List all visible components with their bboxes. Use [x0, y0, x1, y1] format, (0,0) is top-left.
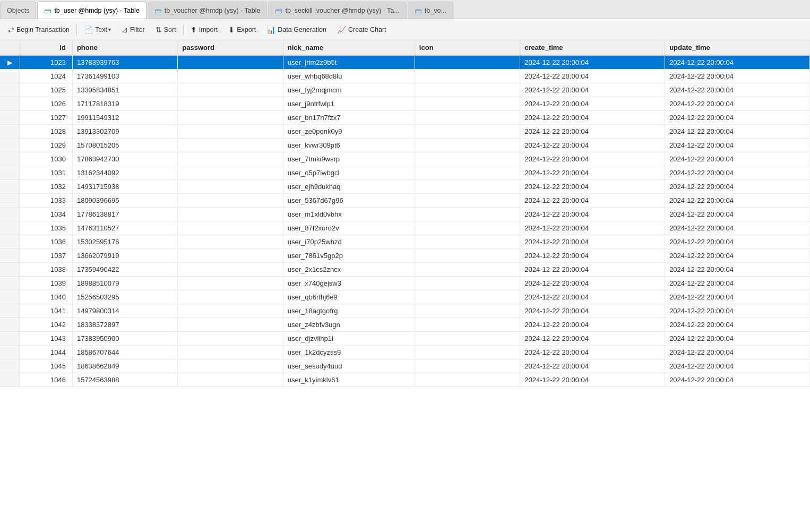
row-indicator-cell: ▶ [0, 55, 20, 70]
table-row[interactable]: 104615724563988user_k1yimklv612024-12-22… [0, 373, 810, 387]
cell-create-time: 2024-12-22 20:00:04 [520, 208, 665, 221]
cell-nick-name: user_ejh9dukhaq [283, 180, 415, 194]
cell-nick-name: user_87f2xord2v [283, 221, 415, 235]
cell-update-time: 2024-12-22 20:00:04 [665, 166, 810, 180]
cell-id: 1027 [20, 111, 72, 125]
col-header-create-time[interactable]: create_time [520, 40, 665, 55]
row-indicator-cell [0, 332, 20, 346]
cell-update-time: 2024-12-22 20:00:04 [665, 332, 810, 346]
toolbar: ⇄ Begin Transaction 📄 Text ▾ ⊿ Filter ⇅ … [0, 19, 810, 40]
cell-nick-name: user_18agtgofrg [283, 304, 415, 318]
table-row[interactable]: 102417361499103user_whbq68q8lu2024-12-22… [0, 70, 810, 83]
cell-create-time: 2024-12-22 20:00:04 [520, 277, 665, 290]
cell-nick-name: user_k1yimklv61 [283, 373, 415, 387]
cell-create-time: 2024-12-22 20:00:04 [520, 152, 665, 166]
tab-tb-user[interactable]: 🗃 tb_user @hmdp (ysy) - Table [37, 2, 146, 19]
table-row[interactable]: 104218338372897user_z4zbfv3ugn2024-12-22… [0, 318, 810, 332]
row-indicator-cell [0, 263, 20, 277]
cell-icon [415, 180, 520, 194]
table-row[interactable]: 103817359490422user_2x1cs2zncx2024-12-22… [0, 263, 810, 277]
begin-transaction-button[interactable]: ⇄ Begin Transaction [3, 22, 74, 38]
table-row[interactable]: 102513305834851user_fyj2mqjmcm2024-12-22… [0, 83, 810, 97]
table-row[interactable]: 103318090396695user_5367d67g962024-12-22… [0, 194, 810, 208]
table-row[interactable]: 104518638662849user_sesudy4uud2024-12-22… [0, 359, 810, 373]
cell-create-time: 2024-12-22 20:00:04 [520, 83, 665, 97]
cell-phone: 18638662849 [72, 359, 177, 373]
table-row[interactable]: 104114979800314user_18agtgofrg2024-12-22… [0, 304, 810, 318]
col-header-indicator [0, 40, 20, 55]
table-row[interactable]: 103113162344092user_o5p7iwbgcl2024-12-22… [0, 166, 810, 180]
table-row[interactable]: 103713662079919user_7861v5gp2p2024-12-22… [0, 249, 810, 263]
cell-create-time: 2024-12-22 20:00:04 [520, 55, 665, 70]
objects-tab-label: Objects [7, 7, 29, 14]
row-indicator-cell [0, 111, 20, 125]
cell-icon [415, 318, 520, 332]
cell-id: 1024 [20, 70, 72, 83]
export-button[interactable]: ⬇ Export [223, 22, 261, 38]
import-button[interactable]: ⬆ Import [186, 22, 222, 38]
table-row[interactable]: 103918988510079user_x740gejsw32024-12-22… [0, 277, 810, 290]
cell-update-time: 2024-12-22 20:00:04 [665, 152, 810, 166]
cell-id: 1023 [20, 55, 72, 70]
data-generation-icon: 📊 [266, 25, 275, 34]
table-icon-tb-user: 🗃 [44, 6, 51, 15]
table-icon-tb-seckill: 🗃 [275, 6, 282, 15]
text-label: Text [95, 26, 107, 33]
table-row[interactable]: 103615302595176user_i70p25whzd2024-12-22… [0, 235, 810, 249]
col-header-icon[interactable]: icon [415, 40, 520, 55]
cell-password [178, 208, 283, 221]
col-header-update-time[interactable]: update_time [665, 40, 810, 55]
table-row[interactable]: ▶102313783939763user_jrim2z9b5t2024-12-2… [0, 55, 810, 70]
sort-icon: ⇅ [156, 25, 162, 34]
cell-icon [415, 373, 520, 387]
tab-tb-seckill-voucher[interactable]: 🗃 tb_seckill_voucher @hmdp (ysy) - Ta... [268, 2, 406, 19]
table-row[interactable]: 102617117818319user_j9ntrfwlp12024-12-22… [0, 97, 810, 111]
text-button[interactable]: 📄 Text ▾ [79, 22, 116, 38]
cell-icon [415, 346, 520, 359]
cell-password [178, 97, 283, 111]
create-chart-icon: 📈 [337, 25, 346, 34]
col-header-id[interactable]: id [20, 40, 72, 55]
text-icon: 📄 [84, 25, 93, 34]
export-label: Export [237, 26, 256, 33]
cell-password [178, 318, 283, 332]
cell-phone: 18988510079 [72, 277, 177, 290]
create-chart-button[interactable]: 📈 Create Chart [332, 22, 391, 38]
sort-button[interactable]: ⇅ Sort [151, 22, 181, 38]
tab-objects[interactable]: Objects [0, 2, 36, 19]
cell-nick-name: user_m1xld0vbhx [283, 208, 415, 221]
table-row[interactable]: 103017863942730user_7tmki9wsrp2024-12-22… [0, 152, 810, 166]
tab-tb-voucher[interactable]: 🗃 tb_voucher @hmdp (ysy) - Table [148, 2, 268, 19]
table-row[interactable]: 104418586707644user_1k2dcyzss92024-12-22… [0, 346, 810, 359]
table-row[interactable]: 103214931715938user_ejh9dukhaq2024-12-22… [0, 180, 810, 194]
cell-nick-name: user_jrim2z9b5t [283, 55, 415, 70]
table-row[interactable]: 104317383950900user_djzvlihp1l2024-12-22… [0, 332, 810, 346]
cell-phone: 14763110527 [72, 221, 177, 235]
table-row[interactable]: 102719911549312user_bn17n7fzx72024-12-22… [0, 111, 810, 125]
table-icon-tb-voucher: 🗃 [154, 6, 162, 15]
data-generation-button[interactable]: 📊 Data Generation [262, 22, 331, 38]
cell-password [178, 166, 283, 180]
cell-update-time: 2024-12-22 20:00:04 [665, 221, 810, 235]
filter-button[interactable]: ⊿ Filter [117, 22, 150, 38]
cell-update-time: 2024-12-22 20:00:04 [665, 55, 810, 70]
row-indicator-cell [0, 152, 20, 166]
tab-tb-vo[interactable]: 🗃 tb_vo... [408, 2, 453, 19]
text-dropdown-arrow: ▾ [108, 27, 111, 32]
table-row[interactable]: 103417786138817user_m1xld0vbhx2024-12-22… [0, 208, 810, 221]
table-row[interactable]: 103514763110527user_87f2xord2v2024-12-22… [0, 221, 810, 235]
cell-nick-name: user_o5p7iwbgcl [283, 166, 415, 180]
cell-password [178, 263, 283, 277]
col-header-password[interactable]: password [178, 40, 283, 55]
cell-nick-name: user_whbq68q8lu [283, 70, 415, 83]
col-header-phone[interactable]: phone [72, 40, 177, 55]
cell-phone: 15302595176 [72, 235, 177, 249]
col-header-nick-name[interactable]: nick_name [283, 40, 415, 55]
cell-update-time: 2024-12-22 20:00:04 [665, 208, 810, 221]
table-row[interactable]: 104015256503295user_qb6rfhj6e92024-12-22… [0, 290, 810, 304]
cell-id: 1037 [20, 249, 72, 263]
cell-id: 1043 [20, 332, 72, 346]
cell-id: 1035 [20, 221, 72, 235]
table-row[interactable]: 102813913302709user_ze0ponk0y92024-12-22… [0, 125, 810, 139]
table-row[interactable]: 102915708015205user_kvwr309pt62024-12-22… [0, 139, 810, 152]
